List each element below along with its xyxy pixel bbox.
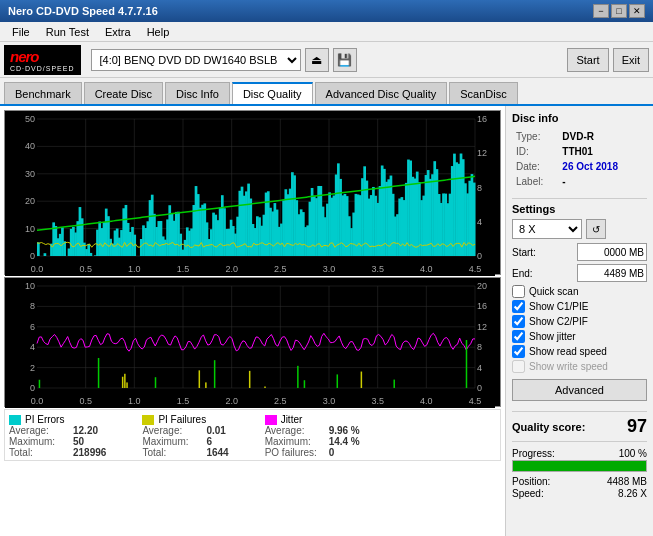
pi-failures-total: 1644 xyxy=(206,447,228,458)
menu-file[interactable]: File xyxy=(4,24,38,40)
exit-button[interactable]: Exit xyxy=(613,48,649,72)
jitter-max: 14.4 % xyxy=(329,436,360,447)
menu-run-test[interactable]: Run Test xyxy=(38,24,97,40)
jitter-color xyxy=(265,415,277,425)
c2-pif-row: Show C2/PIF xyxy=(512,315,647,328)
menu-bar: File Run Test Extra Help xyxy=(0,22,653,42)
c1-pie-row: Show C1/PIE xyxy=(512,300,647,313)
speed-row: 8 X ↺ xyxy=(512,219,647,239)
title-bar-text: Nero CD-DVD Speed 4.7.7.16 xyxy=(8,5,158,17)
legend-pi-errors: PI Errors Average: 12.20 Maximum: 50 Tot… xyxy=(9,414,106,458)
end-input[interactable] xyxy=(577,264,647,282)
c1-pie-checkbox[interactable] xyxy=(512,300,525,313)
legend-row: PI Errors Average: 12.20 Maximum: 50 Tot… xyxy=(9,414,496,458)
quality-score-label: Quality score: xyxy=(512,421,585,433)
disc-id-row: ID: TTH01 xyxy=(514,145,645,158)
disc-type-value: DVD-R xyxy=(560,130,645,143)
tab-create-disc[interactable]: Create Disc xyxy=(84,82,163,104)
quality-score-value: 97 xyxy=(627,416,647,437)
tabs-bar: Benchmark Create Disc Disc Info Disc Qua… xyxy=(0,78,653,106)
pi-errors-color xyxy=(9,415,21,425)
jitter-label: Jitter xyxy=(281,414,303,425)
right-panel: Disc info Type: DVD-R ID: TTH01 Date: 26… xyxy=(505,106,653,536)
menu-help[interactable]: Help xyxy=(139,24,178,40)
tab-disc-info[interactable]: Disc Info xyxy=(165,82,230,104)
disc-type-row: Type: DVD-R xyxy=(514,130,645,143)
quick-scan-checkbox[interactable] xyxy=(512,285,525,298)
end-row: End: xyxy=(512,264,647,282)
pi-failures-label: PI Failures xyxy=(158,414,206,425)
pi-errors-label: PI Errors xyxy=(25,414,64,425)
jitter-avg: 9.96 % xyxy=(329,425,360,436)
disc-info-table: Type: DVD-R ID: TTH01 Date: 26 Oct 2018 … xyxy=(512,128,647,190)
legend-pi-failures: PI Failures Average: 0.01 Maximum: 6 Tot… xyxy=(142,414,228,458)
menu-extra[interactable]: Extra xyxy=(97,24,139,40)
tab-benchmark[interactable]: Benchmark xyxy=(4,82,82,104)
disc-info-title: Disc info xyxy=(512,112,647,124)
start-row: Start: xyxy=(512,243,647,261)
c2-pif-checkbox[interactable] xyxy=(512,315,525,328)
progress-value: 100 % xyxy=(619,448,647,459)
drive-select[interactable]: [4:0] BENQ DVD DD DW1640 BSLB xyxy=(91,49,301,71)
jitter-row: Show jitter xyxy=(512,330,647,343)
close-button[interactable]: ✕ xyxy=(629,4,645,18)
start-input[interactable] xyxy=(577,243,647,261)
chart-area: PI Errors Average: 12.20 Maximum: 50 Tot… xyxy=(0,106,505,536)
quality-score-row: Quality score: 97 xyxy=(512,416,647,437)
write-speed-checkbox[interactable] xyxy=(512,360,525,373)
disc-label-row: Label: - xyxy=(514,175,645,188)
divider-3 xyxy=(512,441,647,442)
progress-row: Progress: 100 % xyxy=(512,448,647,459)
jitter-po: 0 xyxy=(329,447,335,458)
eject-icon[interactable]: ⏏ xyxy=(305,48,329,72)
title-bar-buttons: − □ ✕ xyxy=(593,4,645,18)
save-icon[interactable]: 💾 xyxy=(333,48,357,72)
bottom-chart xyxy=(4,277,501,407)
top-chart xyxy=(4,110,501,275)
progress-bar-container xyxy=(512,460,647,472)
jitter-checkbox[interactable] xyxy=(512,330,525,343)
pi-failures-color xyxy=(142,415,154,425)
nero-logo: nero CD·DVD/SPEED xyxy=(4,45,81,75)
settings-title: Settings xyxy=(512,203,647,215)
main-content: PI Errors Average: 12.20 Maximum: 50 Tot… xyxy=(0,106,653,536)
speed-select[interactable]: 8 X xyxy=(512,219,582,239)
maximize-button[interactable]: □ xyxy=(611,4,627,18)
toolbar: nero CD·DVD/SPEED [4:0] BENQ DVD DD DW16… xyxy=(0,42,653,78)
position-row: Position: 4488 MB xyxy=(512,476,647,487)
start-button[interactable]: Start xyxy=(567,48,608,72)
disc-id-value: TTH01 xyxy=(560,145,645,158)
write-speed-row: Show write speed xyxy=(512,360,647,373)
disc-date-value: 26 Oct 2018 xyxy=(560,160,645,173)
disc-date-row: Date: 26 Oct 2018 xyxy=(514,160,645,173)
pi-errors-total: 218996 xyxy=(73,447,106,458)
speed-value: 8.26 X xyxy=(618,488,647,499)
position-value: 4488 MB xyxy=(607,476,647,487)
pi-errors-avg: 12.20 xyxy=(73,425,98,436)
tab-disc-quality[interactable]: Disc Quality xyxy=(232,82,313,104)
refresh-icon[interactable]: ↺ xyxy=(586,219,606,239)
read-speed-checkbox[interactable] xyxy=(512,345,525,358)
divider-2 xyxy=(512,411,647,412)
quick-scan-row: Quick scan xyxy=(512,285,647,298)
disc-label-value: - xyxy=(560,175,645,188)
legend-area: PI Errors Average: 12.20 Maximum: 50 Tot… xyxy=(4,409,501,461)
legend-jitter: Jitter Average: 9.96 % Maximum: 14.4 % P… xyxy=(265,414,360,458)
speed-row-progress: Speed: 8.26 X xyxy=(512,488,647,499)
pi-failures-avg: 0.01 xyxy=(206,425,225,436)
minimize-button[interactable]: − xyxy=(593,4,609,18)
tab-advanced-disc-quality[interactable]: Advanced Disc Quality xyxy=(315,82,448,104)
pi-failures-max: 6 xyxy=(206,436,212,447)
progress-bar-fill xyxy=(513,461,646,471)
title-bar: Nero CD-DVD Speed 4.7.7.16 − □ ✕ xyxy=(0,0,653,22)
tab-scandisc[interactable]: ScanDisc xyxy=(449,82,517,104)
pi-errors-max: 50 xyxy=(73,436,84,447)
divider-1 xyxy=(512,198,647,199)
progress-section: Progress: 100 % Position: 4488 MB Speed:… xyxy=(512,448,647,499)
read-speed-row: Show read speed xyxy=(512,345,647,358)
advanced-button[interactable]: Advanced xyxy=(512,379,647,401)
